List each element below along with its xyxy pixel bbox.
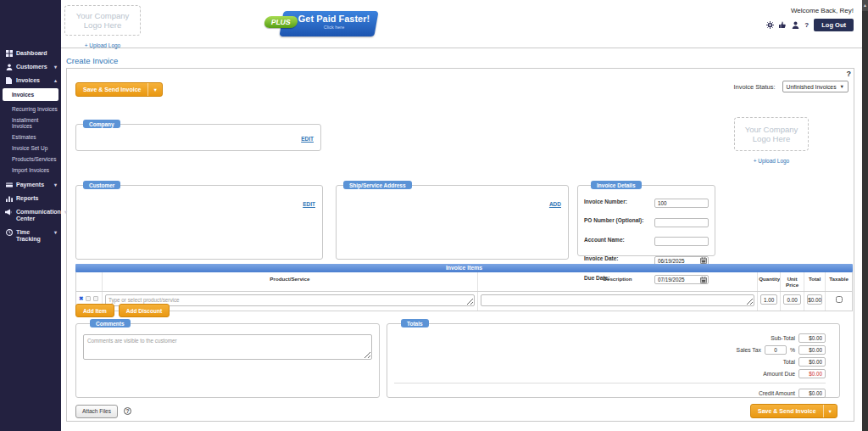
comments-section-badge: Comments — [90, 319, 131, 327]
calendar-icon[interactable] — [700, 252, 707, 259]
caret-down-icon[interactable]: ▼ — [147, 83, 161, 96]
attach-help-icon[interactable]: ? — [124, 407, 131, 415]
communication-icon — [5, 209, 13, 216]
description-input[interactable] — [481, 294, 754, 306]
add-buttons-row: Add Item Add Discount — [75, 304, 170, 317]
scroll-up-arrow-icon[interactable]: ▲ — [862, 0, 868, 11]
time-tracking-icon — [5, 229, 13, 236]
items-col-total: Total — [804, 272, 825, 291]
logo-placeholder-line2: Logo Here — [753, 134, 790, 143]
promo-title: Get Paid Faster! — [292, 14, 376, 24]
sales-tax-rate-input[interactable] — [765, 345, 787, 355]
log-out-button[interactable]: Log Out — [814, 19, 854, 31]
invoice-logo-area: Your Company Logo Here + Upload Logo — [734, 117, 809, 166]
sidebar-item-label: Communication Center — [16, 209, 61, 222]
comments-section: Comments — [75, 319, 380, 398]
customer-section-badge: Customer — [83, 181, 120, 189]
sidebar-subitem-recurring-invoices[interactable]: Recurring Invoices — [0, 104, 61, 115]
company-logo-placeholder[interactable]: Your Company Logo Here — [64, 5, 141, 36]
caret-down-icon[interactable]: ▼ — [823, 405, 837, 417]
invoice-number-label: Invoice Number: — [584, 199, 654, 204]
save-send-invoice-button-top[interactable]: Save & Send Invoice ▼ — [75, 82, 163, 97]
items-col-product: Product/Service — [102, 272, 477, 291]
invoice-status-select[interactable]: Unfinished Invoices ▼ — [782, 81, 849, 92]
sidebar-subitem-import-invoices[interactable]: Import Invoices — [0, 165, 61, 176]
invoice-status-label: Invoice Status: — [733, 83, 775, 91]
sidebar-item-payments[interactable]: Payments ▾ — [0, 178, 61, 192]
chevron-down-icon: ▾ — [54, 182, 57, 188]
add-item-button[interactable]: Add Item — [75, 304, 114, 317]
dashboard-icon — [5, 50, 13, 57]
settings-gear-icon[interactable] — [766, 21, 774, 29]
expand-row-icon[interactable] — [93, 296, 98, 301]
invoice-upload-logo-link[interactable]: + Upload Logo — [754, 158, 789, 164]
sidebar-item-label: Customers — [16, 64, 51, 70]
sidebar-item-label: Invoices — [16, 77, 51, 84]
totals-section-badge: Totals — [401, 319, 429, 327]
upload-logo-link[interactable]: + Upload Logo — [85, 42, 120, 48]
invoice-details-section: Invoice Details Invoice Number: PO Numbe… — [577, 181, 715, 256]
totals-divider — [394, 383, 826, 383]
credit-amount-label: Credit Amount — [759, 390, 795, 396]
quantity-input[interactable] — [760, 294, 777, 305]
comments-input[interactable] — [83, 334, 372, 360]
account-person-icon[interactable] — [792, 21, 799, 29]
sales-tax-value — [798, 345, 826, 355]
sidebar-item-reports[interactable]: Reports — [0, 192, 61, 205]
invoices-submenu: Invoices Recurring Invoices Installment … — [0, 88, 61, 176]
feedback-thumbs-up-icon[interactable] — [779, 21, 787, 29]
sidebar-subitem-invoice-set-up[interactable]: Invoice Set Up — [0, 143, 61, 154]
vertical-scrollbar[interactable]: ▲ — [862, 0, 868, 431]
invoice-number-field[interactable] — [654, 199, 709, 208]
payments-icon — [5, 182, 13, 188]
sales-tax-row: Sales Tax % — [394, 344, 826, 355]
totals-section: Totals Sub-Total Sales Tax % Total — [387, 319, 840, 398]
logo-placeholder-line1: Your Company — [745, 125, 798, 134]
invoices-icon — [5, 77, 13, 84]
sidebar-item-communication-center[interactable]: Communication Center ▾ — [0, 205, 61, 226]
ship-service-address-section: Ship/Service Address ADD — [336, 181, 569, 260]
credit-amount-value — [798, 389, 826, 398]
items-col-quantity: Quantity — [757, 272, 780, 291]
unit-price-input[interactable] — [783, 294, 801, 305]
po-number-field[interactable] — [654, 218, 709, 227]
user-actions: ? Log Out — [766, 19, 854, 31]
panel-help-icon[interactable]: ? — [847, 70, 852, 78]
panel-footer: Attach Files ? Save & Send Invoice ▼ — [75, 404, 837, 418]
taxable-checkbox[interactable] — [836, 296, 843, 303]
invoice-logo-placeholder[interactable]: Your Company Logo Here — [734, 117, 809, 151]
total-row: Total — [394, 356, 826, 367]
sidebar-item-invoices[interactable]: Invoices ▴ — [0, 74, 61, 87]
row-total-input[interactable] — [807, 294, 822, 305]
sidebar-subitem-products-services[interactable]: Products/Services — [0, 154, 61, 165]
save-send-invoice-button-bottom[interactable]: Save & Send Invoice ▼ — [750, 404, 837, 418]
po-number-row: PO Number (Optional): — [584, 213, 709, 228]
chevron-up-icon: ▴ — [54, 77, 57, 84]
delete-row-icon[interactable]: ✖ — [79, 296, 83, 301]
sidebar-item-dashboard[interactable]: Dashboard — [0, 47, 61, 60]
scrollbar-thumb[interactable] — [862, 11, 868, 431]
company-edit-link[interactable]: EDIT — [301, 136, 314, 142]
sales-tax-label: Sales Tax — [737, 347, 761, 353]
sidebar-item-customers[interactable]: Customers ▾ — [0, 60, 61, 74]
promo-banner[interactable]: PLUS Get Paid Faster! Click here — [264, 11, 376, 36]
help-icon[interactable]: ? — [804, 21, 809, 29]
account-name-row: Account Name: — [584, 232, 709, 247]
chevron-down-icon: ▾ — [54, 64, 57, 70]
sidebar-subitem-estimates[interactable]: Estimates — [0, 132, 61, 143]
account-name-field[interactable] — [654, 237, 709, 246]
promo-text: Get Paid Faster! Click here — [292, 14, 376, 30]
add-discount-button[interactable]: Add Discount — [119, 304, 170, 317]
promo-subtitle: Click here — [292, 25, 376, 30]
sidebar-item-time-tracking[interactable]: Time Tracking ▾ — [0, 226, 61, 246]
item-row: ✖ — [76, 292, 852, 311]
customer-edit-link[interactable]: EDIT — [303, 201, 315, 207]
logo-placeholder-line1: Your Company — [76, 11, 130, 20]
subtotal-label: Sub-Total — [771, 335, 795, 341]
sidebar-subitem-invoices[interactable]: Invoices — [3, 88, 58, 101]
items-col-actions — [76, 272, 102, 291]
reorder-row-icon[interactable] — [86, 296, 91, 301]
sidebar-subitem-installment-invoices[interactable]: Installment Invoices — [0, 115, 61, 132]
ship-add-link[interactable]: ADD — [549, 201, 561, 207]
attach-files-button[interactable]: Attach Files — [75, 405, 118, 418]
